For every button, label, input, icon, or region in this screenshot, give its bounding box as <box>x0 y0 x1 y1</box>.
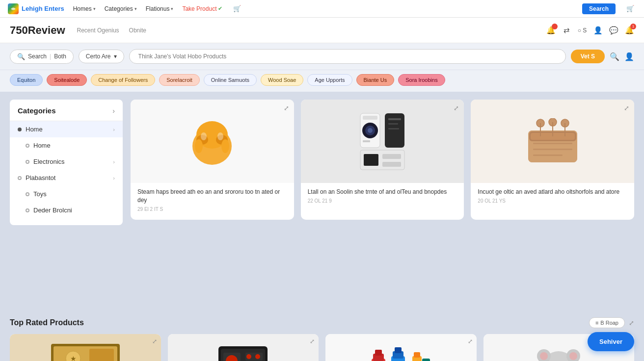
sidebar-label: Toys <box>33 190 47 198</box>
search-button[interactable]: Search <box>582 3 616 14</box>
chip-change-followers[interactable]: Change of Followers <box>91 74 155 86</box>
expand-icon[interactable]: ⤢ <box>624 104 629 112</box>
chip-sorelacroit[interactable]: Sorelacroit <box>159 74 200 86</box>
sidebar-expand-icon[interactable]: › <box>112 107 115 115</box>
sidebar-item-home-0[interactable]: Home › <box>10 121 123 137</box>
search-pill-sub: Both <box>54 53 66 60</box>
sidebar-label: Plabasntot <box>26 174 55 181</box>
bottom-card-image-0: ⚽ ★ Walnort Conner aeluol Puol Aodour SS… <box>10 334 161 361</box>
sehiver-button[interactable]: Sehiver <box>588 332 634 351</box>
sidebar-item-electronics[interactable]: Electronics › <box>10 154 123 170</box>
sidebar-label: Home <box>33 142 51 149</box>
filter-chips: Equiton Soitealode Change of Followers S… <box>0 70 644 92</box>
product-card-1: ⤢ Ltall on an Soolin she trnte of and ol… <box>301 100 464 220</box>
svg-point-83 <box>540 352 548 360</box>
sidebar-dot <box>26 144 29 148</box>
expand-icon[interactable]: ⤢ <box>454 104 459 112</box>
svg-rect-69 <box>414 352 420 358</box>
profile-icon[interactable]: 👤 <box>624 52 634 61</box>
product-title-2: Incuot ge oltic an aved atlard aho oltsh… <box>478 188 627 196</box>
section-actions: ≡ B Roap ⤢ <box>589 317 634 328</box>
sec-nav-recent[interactable]: Recent Ogenius <box>77 27 119 34</box>
svg-rect-17 <box>388 123 398 125</box>
brand-name: 750Review <box>10 24 65 37</box>
chip-age-upports[interactable]: Age Upports <box>307 74 352 86</box>
search-pill[interactable]: 🔍 Search | Both <box>10 50 74 64</box>
shuffle-icon[interactable]: ⇄ <box>562 26 571 35</box>
bottom-card-0: ⚽ ★ Walnort Conner aeluol Puol Aodour SS… <box>10 334 161 361</box>
chevron-icon: ▾ <box>134 6 137 11</box>
search-small-icon: 🔍 <box>17 53 25 60</box>
search-input[interactable] <box>129 49 566 64</box>
expand-icon[interactable]: ⤢ <box>152 338 157 345</box>
sidebar-item-toys[interactable]: Toys <box>10 186 123 202</box>
dropdown-label: Certo Are <box>86 53 111 60</box>
sidebar-dot <box>26 160 29 164</box>
search-action-button[interactable]: Vet S <box>571 50 605 63</box>
top-nav-logo[interactable]: Lehigh Enters <box>8 3 64 14</box>
cart-icon[interactable]: 🛒 <box>231 3 243 15</box>
alert-icon[interactable]: 🔔1 <box>624 26 634 35</box>
bottom-card-2: ✿ ✿ ⤢ <box>325 334 477 361</box>
sidebar-chevron-icon: › <box>113 159 115 165</box>
svg-point-85 <box>569 352 577 360</box>
product-grid-area: ⤢ Steam haps breed ath eo an and srororu… <box>131 100 634 309</box>
b-roap-button[interactable]: ≡ B Roap <box>589 317 625 328</box>
sidebar-item-plabasntot[interactable]: Plabasntot › <box>10 170 123 186</box>
svg-rect-33 <box>533 143 572 144</box>
nav-item-take-product[interactable]: Take Product ✔ <box>182 5 222 12</box>
bottom-product-grid: ⚽ ★ Walnort Conner aeluol Puol Aodour SS… <box>10 334 634 361</box>
sidebar-item-home-1[interactable]: Home <box>10 137 123 154</box>
sidebar: Categories › Home › Home Electronics › <box>10 100 123 225</box>
chip-biante-us[interactable]: Biante Us <box>356 74 395 86</box>
nav-item-homes[interactable]: Homes ▾ <box>73 5 96 12</box>
product-title-1: Ltall on an Soolin she trnte of and olTe… <box>308 188 457 196</box>
notification-icon[interactable]: 🔔 <box>546 26 556 35</box>
svg-point-7 <box>201 132 207 140</box>
svg-rect-41 <box>89 349 114 361</box>
product-image-0 <box>131 100 294 183</box>
list-icon: ≡ <box>595 320 598 326</box>
svg-rect-34 <box>533 149 572 150</box>
cart-checkout-icon[interactable]: 🛒 <box>624 3 636 15</box>
search-sec-icon[interactable]: ○ S <box>577 26 587 35</box>
bottom-card-1: ⤢ <box>168 334 319 361</box>
chip-equiton[interactable]: Equiton <box>10 74 43 86</box>
black-device-svg <box>358 111 407 172</box>
search-btn-icon[interactable]: 🔍 <box>610 52 619 61</box>
svg-rect-61 <box>375 350 382 356</box>
product-grid: ⤢ Steam haps breed ath eo an and srororu… <box>131 100 634 220</box>
black-tool-svg <box>209 339 277 361</box>
product-date-0: 29 El 2 IT S <box>137 206 287 212</box>
chevron-icon: ▾ <box>93 6 96 11</box>
chip-soitealode[interactable]: Soitealode <box>47 74 87 86</box>
bottom-card-image-1 <box>168 334 319 361</box>
section-expand-icon[interactable]: ⤢ <box>629 319 634 327</box>
sidebar-item-deder-brolcni[interactable]: Deder Brolcni <box>10 202 123 218</box>
svg-point-52 <box>246 354 251 359</box>
colorful-bottles-svg: ✿ ✿ <box>364 339 438 361</box>
chat-icon[interactable]: 💬 <box>609 26 618 35</box>
svg-rect-71 <box>422 359 430 361</box>
nav-item-flationus[interactable]: Flationus ▾ <box>146 5 174 12</box>
chip-online-samuots[interactable]: Online Samuots <box>204 74 257 86</box>
gold-box-svg <box>523 118 582 165</box>
expand-icon[interactable]: ⤢ <box>284 104 289 112</box>
product-date-1: 22 OL 21 9 <box>308 198 457 204</box>
sidebar-dot <box>18 128 22 131</box>
sec-nav-obnite[interactable]: Obnite <box>129 27 146 34</box>
chip-wood-soae[interactable]: Wood Soae <box>261 74 303 86</box>
chip-sora-iroobins[interactable]: Sora Iroobins <box>398 74 445 86</box>
expand-icon[interactable]: ⤢ <box>468 338 473 345</box>
search-dropdown[interactable]: Certo Are ▾ <box>79 50 124 63</box>
board-game-svg: ⚽ ★ <box>46 339 125 361</box>
nav-item-categories[interactable]: Categories ▾ <box>105 5 137 12</box>
expand-icon[interactable]: ⤢ <box>310 338 315 345</box>
sidebar-chevron-icon: › <box>113 127 115 132</box>
user-icon[interactable]: 👤 <box>593 26 603 35</box>
svg-point-53 <box>255 354 260 359</box>
sidebar-chevron-icon: › <box>113 175 115 181</box>
search-icon-group: 🔍 👤 <box>610 52 634 61</box>
top-nav: Lehigh Enters Homes ▾ Categories ▾ Flati… <box>0 0 644 18</box>
section-title: Top Rated Products <box>10 318 84 327</box>
